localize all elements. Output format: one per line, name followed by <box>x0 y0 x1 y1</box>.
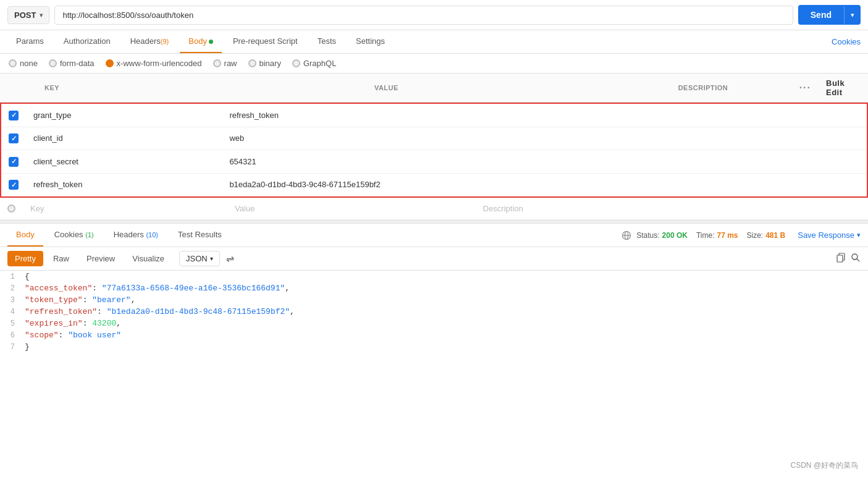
option-none[interactable]: none <box>9 59 38 68</box>
option-urlencoded[interactable]: x-www-form-urlencoded <box>106 59 202 68</box>
row-key-1[interactable]: client_id <box>26 127 222 150</box>
row-actions-2 <box>776 150 822 174</box>
line-number: 6 <box>0 331 25 340</box>
response-tab-cookies[interactable]: Cookies (1) <box>46 224 103 247</box>
row-extra-0 <box>821 104 867 127</box>
form-data-rows: grant_type refresh_token client_id web c… <box>0 103 868 198</box>
data-rows-table: grant_type refresh_token client_id web c… <box>1 104 867 196</box>
params-table: KEY VALUE DESCRIPTION ··· Bulk Edit <box>0 74 868 103</box>
table-row: client_secret 654321 <box>1 150 867 174</box>
code-line: 2 "access_token": "77a6133a-6568-49ee-a1… <box>0 282 868 294</box>
code-line: 6 "scope": "book user" <box>0 329 868 341</box>
more-options-icon[interactable]: ··· <box>799 82 811 93</box>
radio-urlencoded <box>106 59 114 67</box>
line-number: 1 <box>0 272 25 281</box>
col-header-desc: DESCRIPTION <box>671 74 792 103</box>
new-row-desc-cell: Description <box>476 198 868 220</box>
send-dropdown-button[interactable]: ▾ <box>844 6 861 24</box>
table-row: refresh_token b1eda2a0-d1bd-4bd3-9c48-67… <box>1 173 867 196</box>
row-desc-2[interactable] <box>730 150 776 174</box>
time-value: 77 ms <box>717 231 738 240</box>
row-checkbox-0[interactable] <box>9 111 19 120</box>
cookies-link[interactable]: Cookies <box>832 31 861 53</box>
code-line: 7} <box>0 341 868 353</box>
url-input[interactable] <box>54 6 793 25</box>
response-tab-headers[interactable]: Headers (10) <box>105 224 167 247</box>
code-line: 5 "expires_in": 43200, <box>0 318 868 329</box>
line-content: "scope": "book user" <box>25 331 868 340</box>
row-extra-2 <box>821 150 867 174</box>
tab-body[interactable]: Body <box>180 30 222 53</box>
status-value: 200 OK <box>662 231 688 240</box>
json-format-dropdown[interactable]: JSON ▾ <box>179 251 220 266</box>
new-row-table: Key Value Description <box>0 198 868 220</box>
option-graphql[interactable]: GraphQL <box>292 59 336 68</box>
row-value-3[interactable]: b1eda2a0-d1bd-4bd3-9c48-67115e159bf2 <box>222 173 730 196</box>
col-header-key: KEY <box>37 74 367 103</box>
save-response-button[interactable]: Save Response <box>798 230 854 240</box>
response-tabs: Body Cookies (1) Headers (10) Test Resul… <box>0 224 868 247</box>
row-desc-0[interactable] <box>730 104 776 127</box>
option-binary[interactable]: binary <box>248 59 281 68</box>
code-line: 4 "refresh_token": "b1eda2a0-d1bd-4bd3-9… <box>0 306 868 318</box>
tab-settings[interactable]: Settings <box>347 30 394 53</box>
status-label: Status: <box>636 231 659 240</box>
row-desc-3[interactable] <box>730 173 776 196</box>
new-row-checkbox-cell <box>0 198 23 220</box>
response-tab-test-results[interactable]: Test Results <box>169 224 230 247</box>
method-selector[interactable]: POST ▾ <box>7 6 49 24</box>
save-dropdown-icon[interactable]: ▾ <box>857 231 861 239</box>
table-row: grant_type refresh_token <box>1 104 867 127</box>
chevron-down-icon: ▾ <box>40 12 43 19</box>
bulk-edit-button[interactable]: Bulk Edit <box>826 78 845 97</box>
json-chevron-icon: ▾ <box>210 255 213 262</box>
tab-tests[interactable]: Tests <box>309 30 345 53</box>
option-raw[interactable]: raw <box>213 59 237 68</box>
row-desc-1[interactable] <box>730 127 776 150</box>
row-checkbox-1[interactable] <box>9 133 19 143</box>
table-row: client_id web <box>1 127 867 150</box>
svg-rect-4 <box>837 255 843 262</box>
top-bar: POST ▾ Send ▾ <box>0 0 868 30</box>
tab-authorization[interactable]: Authorization <box>55 30 119 53</box>
row-key-3[interactable]: refresh_token <box>26 173 222 196</box>
row-key-0[interactable]: grant_type <box>26 104 222 127</box>
line-content: "expires_in": 43200, <box>25 319 868 328</box>
col-header-value: VALUE <box>367 74 671 103</box>
method-label: POST <box>14 11 36 20</box>
tab-headers[interactable]: Headers(9) <box>122 30 178 53</box>
row-checkbox-cell <box>1 127 26 150</box>
tab-params[interactable]: Params <box>7 30 53 53</box>
search-icon[interactable] <box>851 253 861 265</box>
fmt-tab-raw[interactable]: Raw <box>46 251 77 266</box>
row-value-1[interactable]: web <box>222 127 730 150</box>
code-line: 3 "token_type": "bearer", <box>0 294 868 306</box>
line-content: "refresh_token": "b1eda2a0-d1bd-4bd3-9c4… <box>25 307 868 316</box>
body-active-dot <box>209 40 213 44</box>
svg-point-5 <box>852 254 857 260</box>
row-value-0[interactable]: refresh_token <box>222 104 730 127</box>
option-form-data[interactable]: form-data <box>49 59 95 68</box>
format-tabs-row: Pretty Raw Preview Visualize JSON ▾ ⇌ <box>0 247 868 271</box>
response-tab-body[interactable]: Body <box>7 224 43 247</box>
globe-icon <box>622 230 631 240</box>
new-row-key-cell: Key <box>23 198 227 220</box>
fmt-tab-visualize[interactable]: Visualize <box>125 251 172 266</box>
line-number: 2 <box>0 284 25 293</box>
col-header-checkbox <box>0 74 37 103</box>
row-checkbox-2[interactable] <box>9 157 19 167</box>
new-desc-placeholder: Description <box>483 204 523 213</box>
wrap-text-icon[interactable]: ⇌ <box>226 253 234 264</box>
line-content: "token_type": "bearer", <box>25 295 868 305</box>
new-key-placeholder: Key <box>30 204 44 213</box>
row-checkbox-3[interactable] <box>9 180 19 190</box>
size-value: 481 B <box>765 231 785 240</box>
row-key-2[interactable]: client_secret <box>26 150 222 174</box>
send-main-button[interactable]: Send <box>798 5 844 25</box>
fmt-tab-preview[interactable]: Preview <box>79 251 122 266</box>
row-value-2[interactable]: 654321 <box>222 150 730 174</box>
tab-prerequest[interactable]: Pre-request Script <box>224 30 306 53</box>
copy-icon[interactable] <box>836 253 846 265</box>
row-actions-1 <box>776 127 822 150</box>
fmt-tab-pretty[interactable]: Pretty <box>7 251 43 266</box>
